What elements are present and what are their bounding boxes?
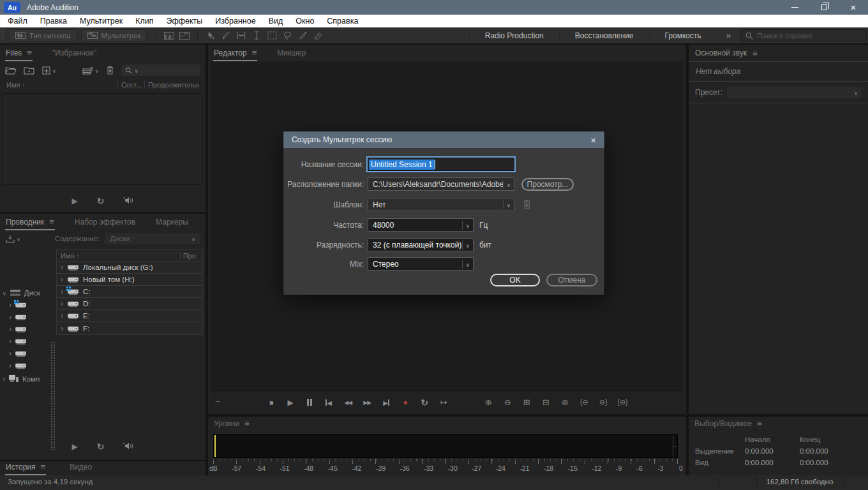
drive-list-item[interactable]: C: (57, 286, 202, 298)
dialog-close-icon[interactable]: × (590, 135, 596, 145)
template-combo[interactable]: Нет (368, 198, 514, 211)
help-search-box[interactable] (740, 29, 867, 41)
dropdown-caret-icon[interactable] (462, 241, 473, 249)
spectral-pitch-display-icon[interactable] (177, 29, 192, 41)
menu-item[interactable]: Эффекты (160, 15, 209, 27)
panel-menu-icon[interactable] (752, 48, 758, 58)
tree-root-drives[interactable]: Диск (3, 286, 40, 299)
zoom-navigator-minus-icon[interactable]: – (216, 397, 220, 406)
loop-playback-button[interactable] (419, 397, 430, 408)
workspace-overflow-chevrons[interactable]: » (717, 31, 740, 40)
dropdown-caret-icon[interactable] (462, 260, 473, 269)
tree-drive-item[interactable] (9, 359, 27, 371)
tree-scrollbar[interactable] (50, 341, 56, 450)
files-search-box[interactable] (121, 64, 200, 76)
menu-item[interactable]: Справка (320, 15, 364, 27)
expand-chevron-icon[interactable] (61, 263, 63, 272)
session-name-input[interactable]: Untitled Session 1 (368, 158, 514, 171)
zoom-to-selection-out-button[interactable] (598, 398, 608, 406)
tab-video[interactable]: Видео (69, 461, 93, 475)
tree-drive-item[interactable] (9, 335, 27, 347)
lasso-selection-tool-icon[interactable] (280, 29, 295, 41)
minimize-button[interactable] (780, 0, 809, 15)
import-into-files-icon[interactable] (5, 234, 20, 243)
panel-menu-icon[interactable] (252, 48, 257, 57)
expand-collapse-icon[interactable] (3, 289, 6, 297)
ok-button[interactable]: OK (490, 274, 540, 286)
preset-dropdown[interactable] (727, 87, 862, 98)
delete-trash-icon[interactable] (106, 66, 114, 75)
expand-chevron-icon[interactable] (3, 375, 5, 383)
drive-list-item[interactable]: Локальный диск (G:) (57, 262, 202, 274)
go-to-end-button[interactable] (381, 398, 391, 407)
tab-files[interactable]: Files (5, 46, 33, 61)
tab-explorer[interactable]: Проводник (5, 215, 55, 230)
close-button[interactable]: × (839, 0, 868, 15)
delete-template-trash-icon[interactable] (523, 200, 531, 209)
play-button[interactable] (285, 398, 296, 407)
expand-chevron-icon[interactable] (9, 313, 11, 322)
column-name[interactable]: Имя (61, 252, 180, 260)
expand-chevron-icon[interactable] (61, 324, 63, 333)
panel-menu-icon[interactable] (244, 419, 250, 428)
open-folder-icon[interactable] (5, 66, 17, 75)
tab-history[interactable]: История (5, 460, 46, 475)
stop-button[interactable] (266, 399, 276, 406)
dropdown-caret-icon[interactable] (503, 200, 514, 209)
preview-autoplay-speaker-icon[interactable] (123, 442, 133, 452)
selection-end-value[interactable]: 0:00.000 (800, 447, 857, 455)
razor-tool-icon[interactable] (218, 29, 234, 41)
expand-chevron-icon[interactable] (9, 301, 11, 309)
level-meter[interactable] (213, 434, 678, 458)
expand-chevron-icon[interactable] (61, 275, 63, 284)
column-duration[interactable]: Про (180, 252, 198, 260)
view-end-value[interactable]: 0:00.000 (800, 459, 857, 466)
zoom-in-button[interactable] (483, 397, 493, 407)
tree-computer-item[interactable]: Комп (3, 373, 40, 385)
zoom-to-selection-in-button[interactable] (579, 398, 589, 406)
menu-item[interactable]: Вид (262, 15, 290, 27)
expand-chevron-icon[interactable] (61, 287, 63, 296)
multitrack-view-button[interactable]: Мультитрек (81, 29, 147, 41)
folder-location-combo[interactable]: C:\Users\Aleksandr\Documents\Adobe\... (368, 177, 514, 191)
tab-selection-view[interactable]: Выбор/Видимое (694, 417, 763, 432)
tab-favorites[interactable]: "Избранное" (52, 47, 97, 61)
preview-loop-button[interactable] (97, 196, 105, 206)
paintbrush-tool-icon[interactable] (295, 29, 310, 41)
tree-drive-item[interactable] (9, 323, 27, 335)
tree-drive-item[interactable] (9, 311, 27, 323)
expand-chevron-icon[interactable] (61, 299, 63, 308)
menu-item[interactable]: Окно (289, 15, 320, 27)
files-list-empty[interactable] (3, 93, 203, 185)
panel-menu-icon[interactable] (27, 48, 32, 57)
column-duration[interactable]: Продолжительн (144, 81, 199, 89)
drive-list-item[interactable]: E: (57, 310, 202, 322)
zoom-out-full-button[interactable] (541, 397, 551, 407)
insert-into-multitrack-icon[interactable] (82, 66, 99, 75)
dropdown-caret-icon[interactable] (503, 180, 514, 189)
expand-chevron-icon[interactable] (9, 337, 11, 346)
tab-levels[interactable]: Уровни (213, 417, 250, 432)
spot-healing-brush-tool-icon[interactable] (310, 29, 326, 41)
toolbar-grip[interactable] (1, 29, 5, 42)
record-button[interactable] (400, 397, 410, 407)
import-files-icon[interactable] (24, 66, 35, 75)
spectral-frequency-display-icon[interactable] (161, 29, 177, 41)
zoom-out-button[interactable] (502, 397, 513, 407)
zoom-to-selection-button[interactable] (617, 398, 628, 406)
panel-menu-icon[interactable] (49, 217, 54, 226)
tree-drive-item[interactable] (9, 299, 27, 311)
preview-play-button[interactable] (72, 442, 78, 451)
menu-item[interactable]: Мультитрек (73, 15, 129, 27)
marquee-selection-tool-icon[interactable] (264, 29, 280, 41)
expand-chevron-icon[interactable] (9, 325, 11, 334)
tab-essential-sound[interactable]: Основной звук (695, 48, 747, 57)
panel-menu-icon[interactable] (757, 419, 762, 428)
menu-item[interactable]: Избранное (209, 15, 262, 27)
workspace-tab-restoration[interactable]: Восстановление (559, 27, 649, 43)
help-search-input[interactable] (757, 32, 862, 40)
preview-loop-button[interactable] (97, 442, 105, 452)
expand-chevron-icon[interactable] (9, 361, 11, 370)
dialog-titlebar[interactable]: Создать Мультитрек сессию × (283, 131, 604, 148)
panel-menu-icon[interactable] (41, 462, 46, 471)
